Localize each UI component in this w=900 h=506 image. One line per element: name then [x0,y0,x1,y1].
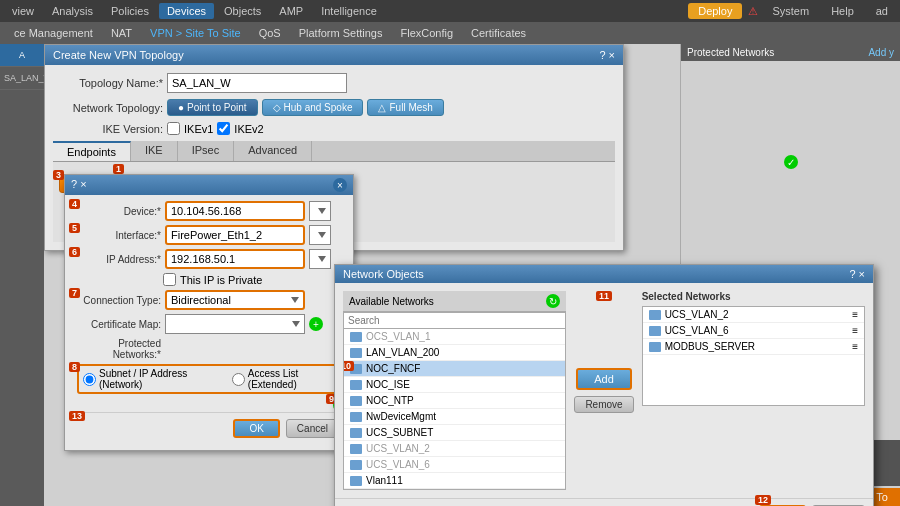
sidebar-item-sa-lan-w[interactable]: SA_LAN_W [0,67,44,90]
subnet-radio[interactable] [83,373,96,386]
list-item-noc-fncf[interactable]: 10 NOC_FNCF [344,361,565,377]
subnet-radio-option[interactable]: Subnet / IP Address (Network) [83,368,222,390]
nav-nat[interactable]: NAT [103,25,140,41]
certificate-map-row: Certificate Map: + [71,314,347,334]
nav-flexconfig[interactable]: FlexConfig [392,25,461,41]
list-item-vlan111[interactable]: Vlan111 [344,473,565,489]
tab-ipsec[interactable]: IPsec [178,141,235,161]
endpoint-cancel-button[interactable]: Cancel [286,419,339,438]
badge-3: 3 [53,170,64,180]
menu-objects[interactable]: Objects [216,3,269,19]
selected-item-ucs-vlan-6[interactable]: UCS_VLAN_6 ≡ [643,323,864,339]
network-icon [350,428,362,438]
certificate-map-label: Certificate Map: [71,319,161,330]
main-area: A SA_LAN_W Create New VPN Topology ? × T… [0,44,900,506]
ikev1-checkbox[interactable] [167,122,180,135]
badge-8: 8 [69,362,80,372]
menu-intelligence[interactable]: Intelligence [313,3,385,19]
list-item-nwdevicemgmt[interactable]: NwDeviceMgmt [344,409,565,425]
remove-ucs-vlan-2-icon[interactable]: ≡ [852,309,858,320]
radio-row: 8 Subnet / IP Address (Network) Access L… [77,364,347,394]
network-objects-close-btns[interactable]: ? × [849,268,865,280]
topology-name-label: Topology Name:* [53,77,163,89]
right-panel-body: ✓ [681,61,900,173]
list-item-noc-ise[interactable]: NOC_ISE [344,377,565,393]
nav-ce-mgmt[interactable]: ce Management [6,25,101,41]
selected-item-modbus[interactable]: MODBUS_SERVER ≡ [643,339,864,355]
badge-12: 12 [755,495,771,505]
selected-networks-col: Selected Networks UCS_VLAN_2 ≡ UCS_VLAN_… [642,291,865,490]
remove-modbus-icon[interactable]: ≡ [852,341,858,352]
menu-user[interactable]: ad [868,3,896,19]
device-dropdown[interactable] [309,201,331,221]
network-objects-title: Network Objects ? × [335,265,873,283]
tab-advanced[interactable]: Advanced [234,141,312,161]
list-item-ocs-vlan[interactable]: OCS_VLAN_1 [344,329,565,345]
network-search-input[interactable] [344,313,565,329]
list-item-lan-vlan-200[interactable]: LAN_VLAN_200 [344,345,565,361]
right-panel-header: Protected Networks Add y [681,44,900,61]
ike-version-label: IKE Version: [53,123,163,135]
selected-networks-list: UCS_VLAN_2 ≡ UCS_VLAN_6 ≡ MODBUS_SERVER … [642,306,865,406]
interface-dropdown[interactable] [309,225,331,245]
menu-devices[interactable]: Devices [159,3,214,19]
topo-full-mesh[interactable]: △ Full Mesh [367,99,443,116]
list-item-noc-ntp[interactable]: NOC_NTP [344,393,565,409]
tab-endpoints[interactable]: Endpoints [53,141,131,161]
network-icon [350,348,362,358]
list-item-ucs-vlan-6[interactable]: UCS_VLAN_6 [344,457,565,473]
selected-item-ucs-vlan-2[interactable]: UCS_VLAN_2 ≡ [643,307,864,323]
menu-help[interactable]: Help [823,3,862,19]
topology-buttons: ● Point to Point ◇ Hub and Spoke △ Full … [167,99,444,116]
selected-networks-header: Selected Networks [642,291,865,302]
endpoint-close-btn[interactable]: × [333,178,347,192]
topology-name-input[interactable] [167,73,347,93]
protected-networks-label: Protected Networks:* [71,338,161,360]
deploy-button[interactable]: Deploy [688,3,742,19]
network-icon [350,460,362,470]
endpoint-title-text: ? × [71,178,87,192]
remove-ucs-vlan-6-icon[interactable]: ≡ [852,325,858,336]
right-protected-networks-panel: Protected Networks Add y ✓ [680,44,900,264]
nav-certificates[interactable]: Certificates [463,25,534,41]
ip-address-input[interactable] [165,249,305,269]
list-item-ucs-subnet[interactable]: UCS_SUBNET [344,425,565,441]
tab-ike[interactable]: IKE [131,141,178,161]
endpoint-ok-cancel: 13 OK Cancel [71,412,347,444]
access-list-radio[interactable] [232,373,245,386]
vpn-dialog-title: Create New VPN Topology ? × [45,45,623,65]
endpoint-ok-button[interactable]: OK [233,419,279,438]
menu-policies[interactable]: Policies [103,3,157,19]
nav-qos[interactable]: QoS [251,25,289,41]
menu-analysis[interactable]: Analysis [44,3,101,19]
available-networks-header: Available Networks ↻ [343,291,566,312]
topo-point-to-point[interactable]: ● Point to Point [167,99,258,116]
sidebar-item-a[interactable]: A [0,44,44,67]
topo-hub-spoke[interactable]: ◇ Hub and Spoke [262,99,364,116]
private-ip-checkbox[interactable] [163,273,176,286]
remove-network-button[interactable]: Remove [574,396,633,413]
device-input[interactable] [165,201,305,221]
menu-amp[interactable]: AMP [271,3,311,19]
badge-6: 6 [69,247,80,257]
badge-1: 1 [113,164,124,174]
ip-dropdown[interactable] [309,249,331,269]
connection-type-select[interactable]: Bidirectional [165,290,305,310]
access-list-radio-option[interactable]: Access List (Extended) [232,368,341,390]
nav-vpn[interactable]: VPN > Site To Site [142,25,249,41]
certificate-map-select[interactable] [165,314,305,334]
network-topology-label: Network Topology: [53,102,163,114]
menu-system[interactable]: System [764,3,817,19]
interface-input[interactable] [165,225,305,245]
network-icon [350,396,362,406]
cert-map-add-icon[interactable]: + [309,317,323,331]
badge-7: 7 [69,288,80,298]
radio-group: Subnet / IP Address (Network) Access Lis… [77,364,347,394]
nav-platform[interactable]: Platform Settings [291,25,391,41]
list-item-ucs-vlan-2[interactable]: UCS_VLAN_2 [344,441,565,457]
ikev2-checkbox[interactable] [217,122,230,135]
available-networks-refresh[interactable]: ↻ [546,294,560,308]
menu-view[interactable]: view [4,3,42,19]
add-y-btn[interactable]: Add y [868,47,894,58]
add-network-button[interactable]: Add [576,368,632,390]
